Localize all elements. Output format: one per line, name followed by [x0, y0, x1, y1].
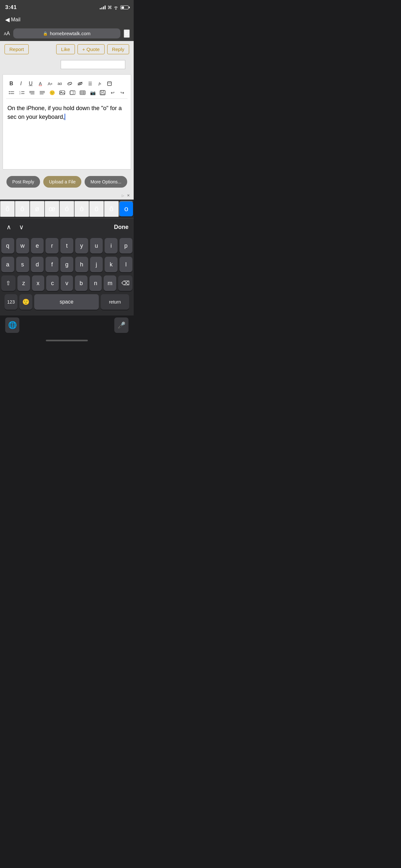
- underline-button[interactable]: U: [27, 80, 35, 88]
- svg-rect-21: [70, 91, 73, 95]
- key-x[interactable]: x: [32, 275, 44, 291]
- editor-body[interactable]: On the iPhone, if you hold down the "o" …: [6, 101, 127, 166]
- char-popup-item[interactable]: õ: [0, 201, 15, 217]
- key-f[interactable]: f: [45, 257, 58, 272]
- redo-button[interactable]: ↪: [119, 89, 126, 97]
- ordered-list-button[interactable]: 1.2.: [18, 89, 26, 97]
- numbers-key[interactable]: 123: [4, 294, 18, 310]
- font-size-button[interactable]: AA: [4, 31, 10, 36]
- font-size-small-label: A: [4, 32, 6, 36]
- action-right-buttons: Like + Quote Reply: [56, 44, 129, 54]
- ad-bar: ▷ ✕: [0, 191, 134, 199]
- nav-down-button[interactable]: ∨: [18, 222, 25, 232]
- key-r[interactable]: r: [45, 238, 58, 253]
- indent-left-button[interactable]: [28, 89, 36, 97]
- svg-rect-29: [101, 93, 104, 95]
- globe-key[interactable]: 🌐: [5, 317, 19, 333]
- emoji-toolbar-button[interactable]: 🙂: [48, 89, 56, 97]
- key-g[interactable]: g: [60, 257, 73, 272]
- reply-button[interactable]: Reply: [107, 44, 129, 54]
- undo-button[interactable]: ↩: [109, 89, 117, 97]
- save-draft-button[interactable]: [98, 89, 107, 97]
- status-time: 3:41: [5, 4, 17, 11]
- camera-button[interactable]: 📷: [89, 89, 97, 97]
- font-size-toolbar-button[interactable]: A≡: [46, 80, 54, 88]
- case-button[interactable]: aα: [56, 80, 64, 88]
- key-v[interactable]: v: [61, 275, 73, 291]
- char-popup-item[interactable]: o: [119, 201, 134, 217]
- editor-container: B I U A A≡ aα ☰ Ix: [3, 74, 131, 169]
- key-z[interactable]: z: [18, 275, 30, 291]
- bold-button[interactable]: B: [7, 80, 15, 88]
- insert-button[interactable]: [105, 80, 113, 88]
- svg-rect-22: [80, 91, 85, 95]
- key-s[interactable]: s: [16, 257, 29, 272]
- backspace-key[interactable]: ⌫: [118, 275, 132, 291]
- mic-key[interactable]: 🎤: [114, 317, 128, 333]
- key-e[interactable]: e: [31, 238, 44, 253]
- quote-button[interactable]: + Quote: [78, 44, 104, 54]
- link-button[interactable]: [66, 80, 74, 88]
- unordered-list-button[interactable]: [7, 89, 16, 97]
- ad-close-icon[interactable]: ✕: [127, 193, 130, 197]
- back-label: Mail: [11, 17, 20, 23]
- key-q[interactable]: q: [1, 238, 14, 253]
- key-n[interactable]: n: [89, 275, 102, 291]
- back-button[interactable]: ◀ Mail: [5, 16, 20, 23]
- keyboard-row-2: asdfghjkl: [1, 257, 132, 272]
- char-popup-item[interactable]: ó: [59, 201, 74, 217]
- search-input[interactable]: [61, 60, 125, 69]
- key-i[interactable]: i: [104, 238, 118, 253]
- key-d[interactable]: d: [31, 257, 44, 272]
- like-button[interactable]: Like: [56, 44, 75, 54]
- keyboard-toolbar: ∧ ∨ Done: [0, 219, 134, 236]
- font-color-button[interactable]: A: [36, 80, 44, 88]
- align-button[interactable]: ☰: [86, 80, 94, 88]
- svg-text:2.: 2.: [19, 93, 21, 95]
- status-icons: ⌘: [100, 5, 128, 10]
- key-k[interactable]: k: [104, 257, 118, 272]
- unlink-button[interactable]: [76, 80, 84, 88]
- key-t[interactable]: t: [60, 238, 73, 253]
- key-h[interactable]: h: [75, 257, 88, 272]
- emoji-key[interactable]: 🙂: [19, 294, 32, 310]
- keyboard-nav: ∧ ∨: [5, 222, 25, 232]
- clear-format-button[interactable]: Ix: [96, 80, 104, 88]
- char-popup-item[interactable]: ô: [104, 201, 119, 217]
- key-b[interactable]: b: [75, 275, 88, 291]
- return-key[interactable]: return: [101, 294, 129, 310]
- italic-button[interactable]: I: [17, 80, 25, 88]
- media-button[interactable]: [68, 89, 77, 97]
- key-c[interactable]: c: [46, 275, 59, 291]
- key-j[interactable]: j: [90, 257, 103, 272]
- key-u[interactable]: u: [90, 238, 103, 253]
- table-button[interactable]: [79, 89, 87, 97]
- upload-file-button[interactable]: Upload a File: [43, 176, 82, 188]
- char-popup-item[interactable]: ò: [74, 201, 89, 217]
- action-bar: Report Like + Quote Reply: [0, 41, 134, 58]
- toolbar-row-2: 1.2. 🙂 📷: [7, 89, 126, 97]
- nav-up-button[interactable]: ∧: [5, 222, 12, 232]
- key-l[interactable]: l: [120, 257, 132, 272]
- report-button[interactable]: Report: [4, 44, 29, 54]
- key-m[interactable]: m: [104, 275, 116, 291]
- key-y[interactable]: y: [75, 238, 88, 253]
- more-options-button[interactable]: More Options...: [85, 176, 127, 188]
- key-w[interactable]: w: [16, 238, 29, 253]
- char-popup-item[interactable]: ö: [89, 201, 104, 217]
- indent-right-button[interactable]: [38, 89, 47, 97]
- char-popup-row[interactable]: õōøœóòöôo: [0, 199, 134, 219]
- image-button[interactable]: [58, 89, 66, 97]
- shift-key[interactable]: ⇧: [1, 275, 16, 291]
- done-button[interactable]: Done: [114, 224, 128, 230]
- key-p[interactable]: p: [120, 238, 132, 253]
- post-reply-button[interactable]: Post Reply: [6, 176, 40, 188]
- char-popup-item[interactable]: ø: [30, 201, 44, 217]
- editor-actions: Post Reply Upload a File More Options...: [0, 172, 134, 191]
- url-bar[interactable]: 🔒 homebrewtalk.com: [13, 28, 120, 38]
- reload-button[interactable]: ↻: [124, 29, 130, 38]
- space-key[interactable]: space: [34, 294, 99, 310]
- key-a[interactable]: a: [1, 257, 14, 272]
- char-popup-item[interactable]: ō: [15, 201, 30, 217]
- char-popup-item[interactable]: œ: [44, 201, 59, 217]
